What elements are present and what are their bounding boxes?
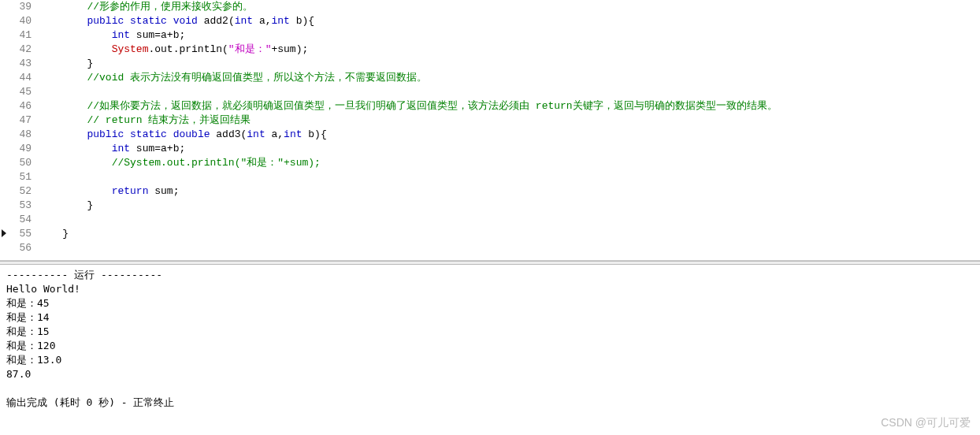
- code-line[interactable]: 48 public static double add3(int a,int b…: [0, 128, 980, 142]
- code-content[interactable]: [38, 170, 980, 184]
- line-number: 54: [0, 213, 38, 227]
- line-number: 45: [0, 85, 38, 99]
- line-number: 55: [0, 227, 38, 241]
- code-line[interactable]: 54: [0, 213, 980, 227]
- line-number: 48: [0, 128, 38, 142]
- line-number: 40: [0, 14, 38, 28]
- code-content[interactable]: int sum=a+b;: [38, 142, 980, 156]
- line-number: 39: [0, 0, 38, 14]
- code-line[interactable]: 50 //System.out.println("和是："+sum);: [0, 156, 980, 170]
- code-content[interactable]: //如果你要方法，返回数据，就必须明确返回值类型，一旦我们明确了返回值类型，该方…: [38, 99, 980, 113]
- line-number: 49: [0, 142, 38, 156]
- line-number: 50: [0, 156, 38, 170]
- code-content[interactable]: [38, 213, 980, 227]
- code-content[interactable]: //形参的作用，使用来接收实参的。: [38, 0, 980, 14]
- code-line[interactable]: 47 // return 结束方法，并返回结果: [0, 113, 980, 128]
- code-line[interactable]: 41 int sum=a+b;: [0, 28, 980, 43]
- code-line[interactable]: 52 return sum;: [0, 184, 980, 199]
- code-content[interactable]: //void 表示方法没有明确返回值类型，所以这个方法，不需要返回数据。: [38, 71, 980, 85]
- code-content[interactable]: }: [38, 199, 980, 213]
- line-number: 41: [0, 28, 38, 43]
- code-content[interactable]: //System.out.println("和是："+sum);: [38, 156, 980, 170]
- code-line[interactable]: 53 }: [0, 199, 980, 213]
- code-line[interactable]: 44 //void 表示方法没有明确返回值类型，所以这个方法，不需要返回数据。: [0, 71, 980, 85]
- code-line[interactable]: 55 }: [0, 227, 980, 241]
- line-number: 53: [0, 199, 38, 213]
- code-content[interactable]: return sum;: [38, 184, 980, 199]
- line-number: 46: [0, 99, 38, 113]
- line-number: 52: [0, 184, 38, 199]
- line-number: 51: [0, 170, 38, 184]
- line-number: 47: [0, 113, 38, 128]
- code-content[interactable]: [38, 241, 980, 255]
- code-line[interactable]: 56: [0, 241, 980, 255]
- line-number: 56: [0, 241, 38, 255]
- code-content[interactable]: [38, 85, 980, 99]
- code-line[interactable]: 42 System.out.println("和是："+sum);: [0, 43, 980, 57]
- code-line[interactable]: 40 public static void add2(int a,int b){: [0, 14, 980, 28]
- code-content[interactable]: public static void add2(int a,int b){: [38, 14, 980, 28]
- line-number: 44: [0, 71, 38, 85]
- line-number: 42: [0, 43, 38, 57]
- breakpoint-marker-icon: [2, 229, 6, 237]
- code-line[interactable]: 45: [0, 85, 980, 99]
- code-line[interactable]: 49 int sum=a+b;: [0, 142, 980, 156]
- code-content[interactable]: public static double add3(int a,int b){: [38, 128, 980, 142]
- code-content[interactable]: }: [38, 227, 980, 241]
- output-console[interactable]: ---------- 运行 ---------- Hello World! 和是…: [0, 265, 980, 435]
- code-line[interactable]: 43 }: [0, 57, 980, 71]
- code-line[interactable]: 51: [0, 170, 980, 184]
- code-content[interactable]: System.out.println("和是："+sum);: [38, 43, 980, 57]
- code-content[interactable]: // return 结束方法，并返回结果: [38, 113, 980, 128]
- code-line[interactable]: 46 //如果你要方法，返回数据，就必须明确返回值类型，一旦我们明确了返回值类型…: [0, 99, 980, 113]
- line-number: 43: [0, 57, 38, 71]
- code-editor[interactable]: 39 //形参的作用，使用来接收实参的。40 public static voi…: [0, 0, 980, 261]
- code-line[interactable]: 39 //形参的作用，使用来接收实参的。: [0, 0, 980, 14]
- code-content[interactable]: }: [38, 57, 980, 71]
- code-content[interactable]: int sum=a+b;: [38, 28, 980, 43]
